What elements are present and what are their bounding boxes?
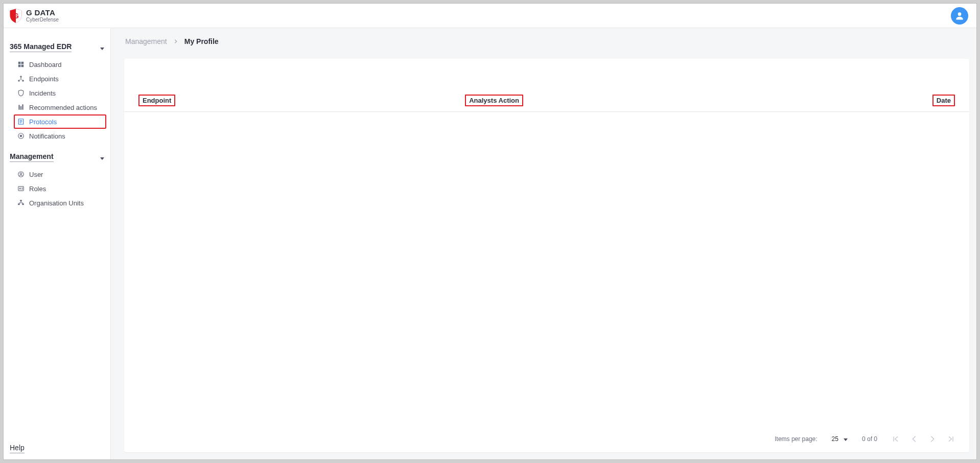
content-card: Endpoint Analysts Action Date Items per …: [124, 59, 969, 452]
svg-rect-9: [18, 105, 19, 109]
app-window: G G DATA CyberDefense 365 Managed EDR: [3, 3, 977, 460]
sidebar-item-label: Endpoints: [29, 75, 59, 83]
first-page-button[interactable]: [892, 435, 900, 443]
sidebar-item-label: Notifications: [29, 132, 65, 140]
table-header-row: Endpoint Analysts Action Date: [124, 95, 969, 112]
caret-down-icon: [842, 435, 848, 443]
sidebar-item-endpoints[interactable]: Endpoints: [4, 72, 110, 86]
last-page-button[interactable]: [947, 435, 955, 443]
prev-page-button[interactable]: [910, 435, 918, 443]
sidebar-help[interactable]: Help: [4, 439, 110, 459]
sidebar-item-label: Recommended actions: [29, 104, 97, 111]
roles-icon: [17, 184, 25, 193]
sidebar-item-protocols[interactable]: Protocols: [14, 114, 106, 129]
svg-rect-5: [21, 65, 24, 67]
breadcrumb: Management My Profile: [111, 28, 976, 55]
svg-rect-10: [20, 106, 21, 110]
items-per-page-select[interactable]: 25: [832, 435, 848, 443]
sidebar-item-label: Roles: [29, 185, 46, 193]
caret-down-icon: [98, 43, 104, 52]
user-icon: [17, 170, 25, 178]
svg-point-1: [958, 12, 962, 16]
svg-rect-11: [22, 104, 23, 110]
notifications-icon: [17, 132, 25, 140]
sidebar-item-notifications[interactable]: Notifications: [4, 129, 110, 143]
sidebar-item-roles[interactable]: Roles: [4, 181, 110, 196]
svg-rect-23: [18, 203, 20, 205]
brand-sub: CyberDefense: [26, 17, 59, 22]
svg-rect-3: [21, 62, 24, 64]
sidebar-item-incidents[interactable]: Incidents: [4, 86, 110, 100]
sidebar-item-user[interactable]: User: [4, 167, 110, 181]
dashboard-icon: [17, 60, 25, 68]
sidebar-item-label: Incidents: [29, 89, 56, 97]
sidebar: 365 Managed EDR Dashboard Endpoints: [4, 28, 111, 459]
sidebar-item-dashboard[interactable]: Dashboard: [4, 57, 110, 72]
sidebar-item-label: User: [29, 171, 43, 178]
items-per-page-label: Items per page:: [775, 435, 817, 443]
next-page-button[interactable]: [928, 435, 937, 443]
svg-text:G: G: [13, 11, 19, 19]
nav-list-edr: Dashboard Endpoints Incidents: [4, 55, 110, 149]
breadcrumb-root[interactable]: Management: [125, 37, 167, 45]
recommended-icon: [17, 103, 25, 111]
pagination: Items per page: 25 0 of 0: [124, 429, 969, 452]
svg-rect-24: [22, 203, 24, 205]
sidebar-item-label: Dashboard: [29, 61, 62, 68]
sidebar-item-label: Organisation Units: [29, 199, 84, 207]
svg-point-17: [20, 135, 22, 137]
caret-down-icon: [98, 153, 104, 161]
svg-rect-22: [20, 200, 22, 201]
sidebar-section-management[interactable]: Management: [4, 149, 110, 165]
topbar: G G DATA CyberDefense: [4, 4, 976, 28]
svg-rect-2: [18, 62, 21, 64]
svg-rect-4: [18, 65, 21, 67]
sidebar-item-label: Protocols: [29, 118, 57, 126]
column-header-endpoint[interactable]: Endpoint: [138, 95, 175, 106]
table-body-empty: [124, 112, 969, 429]
user-avatar-button[interactable]: [951, 7, 968, 25]
brand-shield-icon: G: [9, 8, 23, 24]
sidebar-section-edr[interactable]: 365 Managed EDR: [4, 39, 110, 55]
person-icon: [954, 11, 965, 21]
brand: G G DATA CyberDefense: [9, 8, 59, 24]
sidebar-item-recommended-actions[interactable]: Recommended actions: [4, 100, 110, 114]
column-header-date[interactable]: Date: [932, 95, 955, 106]
sidebar-item-organisation-units[interactable]: Organisation Units: [4, 196, 110, 210]
main: Management My Profile Endpoint Analysts …: [111, 28, 976, 459]
svg-point-19: [20, 173, 22, 175]
column-header-analysts-action[interactable]: Analysts Action: [465, 95, 523, 106]
org-units-icon: [17, 199, 25, 207]
chevron-right-icon: [173, 39, 178, 44]
endpoints-icon: [17, 75, 25, 83]
shield-icon: [17, 89, 25, 97]
protocols-icon: [17, 118, 25, 126]
svg-point-21: [19, 188, 20, 189]
nav-list-management: User Roles Organisation Units: [4, 165, 110, 216]
brand-main: G DATA: [26, 9, 59, 16]
breadcrumb-current: My Profile: [184, 37, 219, 45]
pagination-range: 0 of 0: [862, 435, 877, 443]
